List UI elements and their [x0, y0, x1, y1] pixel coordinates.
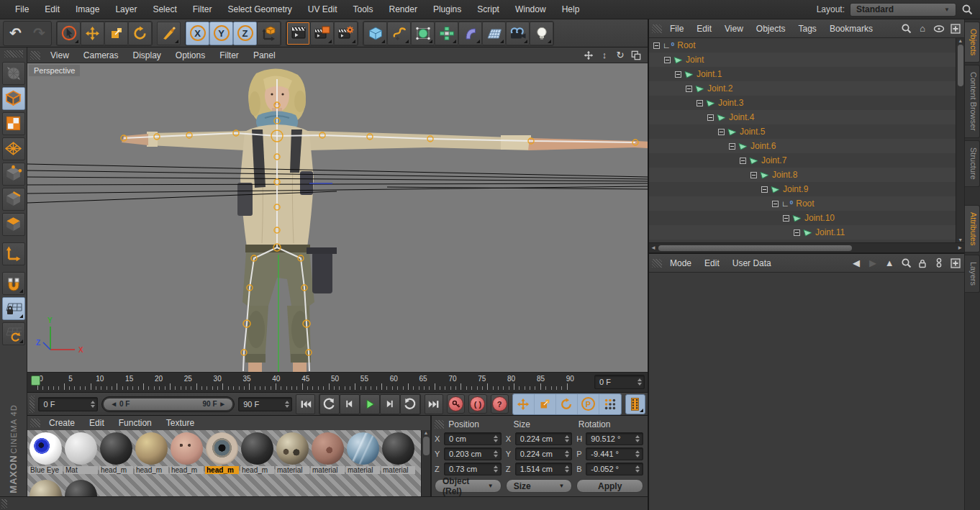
add-generator-button[interactable]: [411, 22, 435, 45]
expand-toggle[interactable]: [686, 86, 692, 92]
undo-button[interactable]: ↶: [4, 22, 27, 45]
viewport-menu-item[interactable]: Filter: [212, 50, 246, 60]
material-name[interactable]: Mat: [64, 466, 98, 474]
attribute-manager-grip[interactable]: [652, 259, 662, 268]
autokey-button[interactable]: ( ): [468, 394, 486, 414]
material-thumbnail[interactable]: material: [345, 431, 381, 478]
coords-grip[interactable]: [435, 420, 444, 429]
menu-item[interactable]: Help: [554, 4, 588, 14]
scroll-left-icon[interactable]: ◄: [650, 245, 656, 251]
coordinate-input[interactable]: -9.441 °: [586, 447, 643, 460]
edges-mode-button[interactable]: [2, 188, 25, 211]
menu-item[interactable]: Select Geometry: [219, 4, 299, 14]
attribute-manager-content[interactable]: [649, 273, 964, 510]
object-manager-menu-item[interactable]: View: [718, 24, 750, 34]
value-spinner[interactable]: [493, 435, 499, 442]
record-keyframe-button[interactable]: [447, 394, 465, 414]
material-sphere[interactable]: [171, 432, 203, 465]
add-panel-icon[interactable]: [950, 23, 961, 35]
material-name[interactable]: head_m: [135, 466, 168, 474]
coordinate-input[interactable]: 0.224 cm: [515, 447, 573, 460]
menu-item[interactable]: Script: [469, 4, 507, 14]
current-frame-field[interactable]: 0 F: [594, 375, 645, 389]
add-deformer-button[interactable]: [458, 22, 482, 45]
record-position-toggle[interactable]: [513, 394, 535, 414]
material-sphere[interactable]: [100, 432, 132, 465]
expand-toggle[interactable]: [653, 42, 660, 49]
home-icon[interactable]: ⌂: [917, 23, 928, 35]
scrollbar-thumb[interactable]: [658, 245, 852, 251]
material-menu-item[interactable]: Create: [42, 418, 82, 428]
coordinate-system-button[interactable]: [257, 22, 281, 45]
material-menu-item[interactable]: Function: [112, 418, 159, 428]
value-spinner[interactable]: [635, 450, 641, 457]
material-name[interactable]: Blue Eye: [29, 466, 63, 474]
material-name[interactable]: material: [276, 466, 309, 474]
menu-item[interactable]: Image: [68, 4, 107, 14]
tree-row[interactable]: Joint.9: [649, 182, 956, 196]
range-end-field[interactable]: 90 F: [238, 397, 292, 411]
object-manager-menu-item[interactable]: Edit: [690, 24, 718, 34]
workplane-transform-button[interactable]: [2, 322, 25, 345]
material-name[interactable]: head_m: [205, 466, 239, 474]
object-manager-menu-item[interactable]: Bookmarks: [823, 24, 879, 34]
viewport-camera-label[interactable]: Perspective: [29, 65, 80, 76]
viewport-rotate-icon[interactable]: ↻: [614, 50, 626, 61]
edit-render-settings-button[interactable]: [334, 22, 358, 45]
goto-start-button[interactable]: [296, 394, 314, 414]
add-modeling-object-button[interactable]: [435, 22, 458, 45]
record-parameter-toggle[interactable]: P: [578, 394, 599, 414]
viewport-menu-item[interactable]: View: [43, 50, 76, 60]
tree-row[interactable]: Joint.1: [649, 67, 956, 81]
material-thumbnail[interactable]: head_m: [169, 431, 204, 478]
parent-object-icon[interactable]: ▲: [884, 258, 895, 269]
menu-item[interactable]: Window: [507, 4, 554, 14]
material-name[interactable]: head_m: [99, 466, 133, 474]
menu-item[interactable]: Layer: [107, 4, 145, 14]
filter-eye-icon[interactable]: [933, 23, 945, 35]
add-light-button[interactable]: [530, 22, 553, 45]
menu-item[interactable]: Render: [381, 4, 425, 14]
value-spinner[interactable]: [493, 465, 499, 473]
viewport-zoom-icon[interactable]: ↕: [599, 50, 610, 61]
scrollbar-thumb[interactable]: [423, 437, 430, 455]
material-thumbnail[interactable]: [63, 478, 99, 496]
coordinate-input[interactable]: 0.73 cm: [444, 463, 502, 475]
preview-range-slider[interactable]: ◄ 0 F 90 F ►: [101, 396, 235, 412]
tab-objects[interactable]: Objects: [965, 22, 980, 63]
coordinate-input[interactable]: 1.514 cm: [515, 463, 573, 475]
scrollbar-thumb[interactable]: [958, 45, 963, 86]
scale-tool-button[interactable]: [104, 22, 128, 45]
scroll-right-icon[interactable]: ►: [957, 245, 963, 251]
layout-dropdown[interactable]: Standard ▼: [850, 3, 956, 17]
expand-toggle[interactable]: [783, 215, 789, 222]
menu-item[interactable]: Select: [145, 4, 184, 14]
render-to-picture-viewer-button[interactable]: [310, 22, 334, 45]
live-selection-button[interactable]: [57, 22, 81, 45]
rotate-tool-button[interactable]: [128, 22, 152, 45]
render-view-button[interactable]: [286, 22, 310, 45]
material-sphere[interactable]: [135, 432, 168, 465]
coordinate-input[interactable]: 90.512 °: [586, 432, 643, 445]
lock-x-axis-button[interactable]: X: [186, 22, 209, 45]
material-sphere[interactable]: [65, 480, 97, 496]
material-sphere[interactable]: [30, 480, 62, 496]
sketch-tool-button[interactable]: [157, 22, 181, 45]
tree-row[interactable]: Joint.3: [649, 96, 956, 110]
material-name[interactable]: material: [311, 466, 345, 474]
tree-row[interactable]: Joint.2: [649, 81, 956, 96]
material-name[interactable]: head_m: [170, 466, 204, 474]
expand-toggle[interactable]: [761, 186, 768, 193]
material-name[interactable]: material: [381, 466, 415, 474]
frame-spinner[interactable]: [636, 378, 643, 386]
tree-row[interactable]: ∟0Root: [649, 196, 956, 211]
object-mode-dropdown[interactable]: Object (Rel) ▼: [435, 479, 502, 493]
material-name[interactable]: head_m: [240, 466, 274, 474]
object-tree-hscrollbar[interactable]: ◄ ►: [649, 242, 964, 252]
toolbar-grip[interactable]: [4, 50, 23, 58]
move-tool-button[interactable]: [81, 22, 104, 45]
material-thumbnail[interactable]: Blue Eye: [28, 431, 63, 478]
range-end-spinner[interactable]: [283, 401, 290, 408]
apply-button[interactable]: Apply: [576, 479, 643, 493]
transport-grip[interactable]: [30, 396, 35, 413]
